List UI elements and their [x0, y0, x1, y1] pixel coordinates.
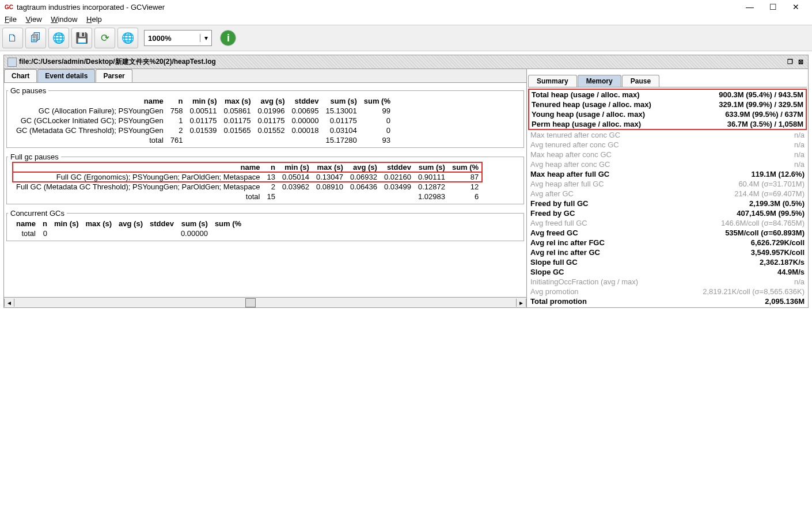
doc-maximize-icon[interactable]: ❐ — [786, 58, 794, 66]
memory-row: Avg freed GC535M/coll (σ=60.893M) — [528, 228, 807, 238]
concurrent-gcs-table: namenmin (s)max (s)avg (s)stddevsum (s)s… — [13, 219, 245, 238]
menu-window[interactable]: Window — [51, 15, 77, 24]
memory-key: Avg tenured after conc GC — [530, 140, 794, 149]
doc-close-icon[interactable]: ⊠ — [796, 58, 805, 66]
memory-value: 44.9M/s — [777, 268, 805, 276]
memory-value: 2,199.3M (0.5%) — [749, 199, 805, 208]
maximize-button[interactable]: ☐ — [761, 2, 784, 12]
minimize-button[interactable]: — — [738, 2, 761, 12]
memory-key: Total heap (usage / alloc. max) — [532, 90, 719, 99]
memory-value: 3,549.957K/coll — [751, 248, 805, 257]
memory-value: n/a — [794, 140, 805, 149]
gc-pauses-legend: Gc pauses — [8, 86, 48, 95]
memory-row: Avg after GC214.4M (σ=69.407M) — [528, 189, 807, 199]
memory-row: Avg rel inc after GC3,549.957K/coll — [528, 248, 807, 257]
refresh-icon[interactable]: ⟳ — [94, 28, 115, 48]
tab-pause[interactable]: Pause — [622, 75, 659, 87]
open-recent-icon[interactable]: 🗐 — [25, 28, 46, 48]
memory-key: Avg after GC — [530, 189, 734, 198]
save-icon[interactable]: 💾 — [71, 28, 92, 48]
memory-row: Avg tenured after conc GCn/a — [528, 140, 807, 150]
memory-key: Avg rel inc after GC — [530, 248, 751, 257]
table-row: Full GC (Metadata GC Threshold); PSYoung… — [13, 182, 482, 192]
table-total-row: total00.00000 — [13, 229, 245, 238]
memory-key: Max heap after full GC — [530, 170, 752, 178]
chevron-down-icon[interactable]: ▾ — [200, 34, 211, 42]
horizontal-scrollbar[interactable]: ◂ ▸ — [4, 297, 526, 307]
memory-key: Perm heap (usage / alloc. max) — [532, 120, 727, 128]
memory-value: 36.7M (3.5%) / 1,058M — [727, 120, 803, 128]
document-path: file:/C:/Users/admin/Desktop/新建文件夹%20(2)… — [19, 57, 784, 67]
document-titlebar: file:/C:/Users/admin/Desktop/新建文件夹%20(2)… — [3, 55, 809, 69]
menu-view[interactable]: View — [26, 15, 42, 24]
memory-value: 214.4M (σ=69.407M) — [734, 189, 805, 198]
col-header: avg (s) — [347, 162, 381, 172]
tab-event-details[interactable]: Event details — [37, 69, 95, 82]
memory-key: Tenured heap (usage / alloc. max) — [532, 100, 719, 109]
tab-parser[interactable]: Parser — [96, 69, 132, 82]
app-logo: GC — [5, 4, 13, 10]
gc-pauses-table: namenmin (s)max (s)avg (s)stddevsum (s)s… — [13, 96, 394, 145]
scroll-right-icon[interactable]: ▸ — [516, 299, 526, 307]
memory-value: 2,095.136M — [765, 297, 805, 306]
memory-key: Max heap after conc GC — [530, 150, 794, 159]
table-row: Full GC (Ergonomics); PSYoungGen; ParOld… — [13, 172, 482, 182]
info-icon[interactable]: i — [220, 30, 236, 46]
memory-value: 2,362.187K/s — [760, 258, 805, 266]
gc-pauses-fieldset: Gc pauses namenmin (s)max (s)avg (s)stdd… — [6, 86, 524, 148]
memory-key: Avg heap after full GC — [530, 180, 738, 188]
scroll-left-icon[interactable]: ◂ — [4, 299, 14, 307]
toolbar: 🗋 🗐 🌐 💾 ⟳ 🌐 1000% ▾ i — [0, 25, 812, 51]
col-header: n — [167, 96, 187, 106]
right-tabs: Summary Memory Pause — [528, 75, 807, 87]
memory-row: Avg promotion2,819.21K/coll (σ=8,565.636… — [528, 287, 807, 296]
tab-chart[interactable]: Chart — [4, 69, 37, 82]
memory-row: Young heap (usage / alloc. max)633.9M (9… — [529, 109, 806, 119]
col-header: min (s) — [187, 96, 221, 106]
col-header: sum (% — [361, 96, 394, 106]
open-url-icon[interactable]: 🌐 — [48, 28, 69, 48]
memory-row: Max tenured after conc GCn/a — [528, 130, 807, 140]
memory-value: 119.1M (12.6%) — [752, 170, 805, 178]
memory-row: Perm heap (usage / alloc. max)36.7M (3.5… — [529, 119, 806, 129]
memory-value: 60.4M (σ=31.701M) — [738, 180, 805, 188]
memory-panel: Total heap (usage / alloc. max)900.3M (9… — [528, 89, 807, 306]
col-header: sum (s) — [415, 162, 449, 172]
full-gc-table: namenmin (s)max (s)avg (s)stddevsum (s)s… — [13, 162, 482, 201]
full-gc-legend: Full gc pauses — [8, 153, 61, 161]
close-button[interactable]: ✕ — [784, 2, 807, 12]
col-header: max (s) — [221, 96, 255, 106]
memory-value: 900.3M (95.4%) / 943.5M — [719, 90, 803, 99]
memory-key: Young heap (usage / alloc. max) — [532, 110, 725, 119]
tab-memory[interactable]: Memory — [578, 75, 621, 87]
memory-key: Total promotion — [530, 297, 765, 306]
concurrent-gcs-legend: Concurrent GCs — [8, 209, 67, 218]
col-header: sum (s) — [177, 219, 211, 229]
menu-file[interactable]: File — [5, 15, 17, 24]
memory-value: 535M/coll (σ=60.893M) — [725, 229, 805, 237]
scroll-track[interactable] — [14, 298, 516, 307]
menu-help[interactable]: Help — [86, 15, 102, 24]
memory-row: Max heap after conc GCn/a — [528, 150, 807, 159]
memory-key: Avg rel inc after FGC — [530, 238, 751, 247]
col-header: stddev — [146, 219, 177, 229]
col-header: sum (s) — [322, 96, 361, 106]
tab-summary[interactable]: Summary — [528, 75, 577, 87]
memory-value: n/a — [794, 277, 805, 286]
memory-value: n/a — [794, 131, 805, 139]
col-header: n — [39, 219, 51, 229]
open-file-icon[interactable]: 🗋 — [2, 28, 23, 48]
col-header: sum (% — [449, 162, 482, 172]
col-header: name — [13, 219, 39, 229]
memory-key: Avg promotion — [530, 287, 703, 296]
memory-value: n/a — [794, 160, 805, 169]
watch-icon[interactable]: 🌐 — [117, 28, 138, 48]
memory-row: Max heap after full GC119.1M (12.6%) — [528, 169, 807, 179]
zoom-combo[interactable]: 1000% ▾ — [144, 30, 212, 46]
memory-key: Slope full GC — [530, 258, 760, 266]
memory-key: Avg freed GC — [530, 229, 725, 237]
memory-value: 6,626.729K/coll — [751, 238, 805, 247]
memory-row: Slope GC44.9M/s — [528, 267, 807, 277]
scroll-thumb[interactable] — [245, 298, 256, 307]
memory-row: Tenured heap (usage / alloc. max)329.1M … — [529, 100, 806, 109]
